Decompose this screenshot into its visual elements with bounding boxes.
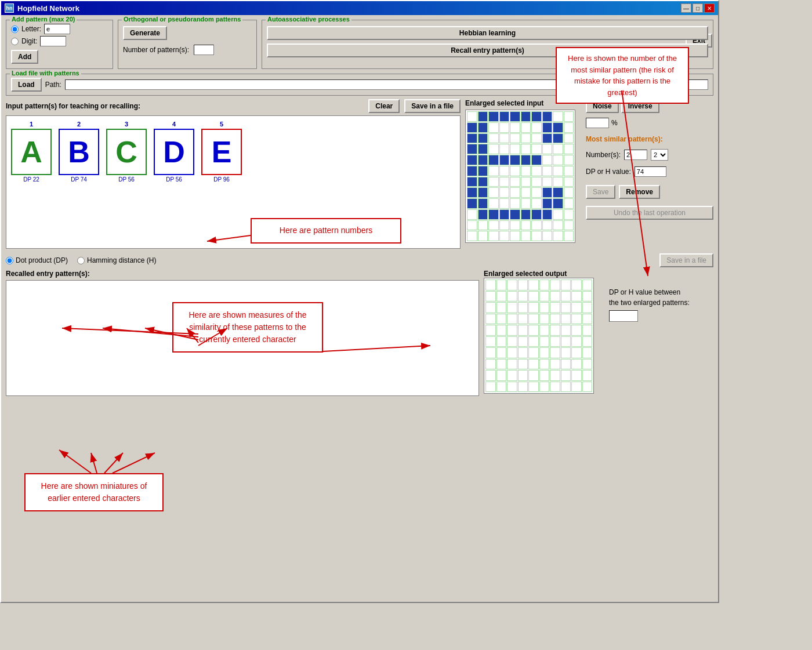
grid-cell-1-8[interactable] — [553, 122, 563, 133]
output-grid-cell-6-2[interactable] — [507, 347, 517, 358]
output-grid-cell-7-7[interactable] — [561, 359, 571, 370]
dp-h-value-input[interactable] — [635, 166, 666, 177]
grid-cell-3-8[interactable] — [553, 144, 563, 154]
output-grid-cell-8-3[interactable] — [518, 370, 528, 381]
grid-cell-11-2[interactable] — [488, 231, 499, 241]
dot-product-radio[interactable] — [6, 257, 13, 264]
grid-cell-0-6[interactable] — [531, 111, 542, 122]
output-grid-cell-8-7[interactable] — [561, 370, 571, 381]
grid-cell-2-4[interactable] — [510, 133, 520, 144]
pattern-item-5[interactable]: 5 E DP 96 — [201, 121, 242, 183]
pattern-item-3[interactable]: 3 C DP 56 — [106, 121, 147, 183]
dot-product-option[interactable]: Dot product (DP) — [6, 256, 68, 264]
output-grid-cell-2-0[interactable] — [485, 302, 496, 313]
clear-button[interactable]: Clear — [368, 99, 400, 113]
pattern-item-4[interactable]: 4 D DP 56 — [154, 121, 194, 183]
grid-cell-0-4[interactable] — [510, 111, 520, 122]
output-grid-cell-8-2[interactable] — [507, 370, 517, 381]
output-grid-cell-3-5[interactable] — [539, 314, 550, 325]
output-grid-cell-3-1[interactable] — [496, 314, 507, 325]
output-grid-cell-6-1[interactable] — [496, 347, 507, 358]
output-grid-cell-3-6[interactable] — [550, 314, 560, 325]
output-grid-cell-9-4[interactable] — [528, 382, 539, 393]
grid-cell-3-4[interactable] — [510, 144, 520, 154]
grid-cell-6-2[interactable] — [488, 177, 499, 187]
output-grid-cell-5-8[interactable] — [571, 336, 582, 347]
output-grid-cell-4-5[interactable] — [539, 325, 550, 336]
grid-cell-11-7[interactable] — [542, 231, 553, 241]
grid-cell-0-1[interactable] — [478, 111, 488, 122]
output-grid-cell-4-2[interactable] — [507, 325, 517, 336]
grid-cell-4-2[interactable] — [488, 155, 499, 165]
grid-cell-11-1[interactable] — [478, 231, 488, 241]
output-grid-cell-2-4[interactable] — [528, 302, 539, 313]
grid-cell-1-0[interactable] — [467, 122, 477, 133]
grid-cell-8-2[interactable] — [488, 198, 499, 209]
save-pattern-button[interactable]: Save — [586, 185, 615, 199]
output-grid-cell-8-8[interactable] — [571, 370, 582, 381]
output-grid-cell-2-5[interactable] — [539, 302, 550, 313]
pattern-letter-5[interactable]: E — [201, 129, 242, 175]
grid-cell-10-8[interactable] — [553, 220, 563, 231]
grid-cell-7-0[interactable] — [467, 187, 477, 198]
grid-cell-5-8[interactable] — [553, 166, 563, 176]
grid-cell-5-2[interactable] — [488, 166, 499, 176]
grid-cell-0-8[interactable] — [553, 111, 563, 122]
output-grid-cell-9-8[interactable] — [571, 382, 582, 393]
output-grid-cell-7-5[interactable] — [539, 359, 550, 370]
output-grid-cell-9-3[interactable] — [518, 382, 528, 393]
output-grid-cell-2-1[interactable] — [496, 302, 507, 313]
grid-cell-2-3[interactable] — [499, 133, 510, 144]
grid-cell-3-2[interactable] — [488, 144, 499, 154]
save-file-bottom-button[interactable]: Save in a file — [659, 253, 713, 267]
output-grid-cell-3-8[interactable] — [571, 314, 582, 325]
output-grid-cell-3-2[interactable] — [507, 314, 517, 325]
grid-cell-8-4[interactable] — [510, 198, 520, 209]
grid-cell-5-0[interactable] — [467, 166, 477, 176]
grid-cell-6-3[interactable] — [499, 177, 510, 187]
grid-cell-6-5[interactable] — [521, 177, 531, 187]
grid-cell-4-9[interactable] — [564, 155, 574, 165]
maximize-button[interactable]: □ — [693, 3, 703, 13]
grid-cell-1-2[interactable] — [488, 122, 499, 133]
output-grid-cell-8-4[interactable] — [528, 370, 539, 381]
similar-select[interactable]: 2 — [651, 149, 668, 161]
output-grid-cell-1-4[interactable] — [528, 291, 539, 302]
output-grid-cell-7-1[interactable] — [496, 359, 507, 370]
generate-button[interactable]: Generate — [123, 26, 167, 40]
grid-cell-1-7[interactable] — [542, 122, 553, 133]
output-grid-cell-3-0[interactable] — [485, 314, 496, 325]
grid-cell-1-1[interactable] — [478, 122, 488, 133]
grid-cell-2-7[interactable] — [542, 133, 553, 144]
output-grid-cell-7-9[interactable] — [582, 359, 593, 370]
grid-cell-7-6[interactable] — [531, 187, 542, 198]
grid-cell-9-1[interactable] — [478, 209, 488, 220]
grid-cell-4-8[interactable] — [553, 155, 563, 165]
remove-button[interactable]: Remove — [619, 185, 660, 199]
grid-cell-2-9[interactable] — [564, 133, 574, 144]
grid-cell-0-0[interactable] — [467, 111, 477, 122]
output-grid-cell-1-5[interactable] — [539, 291, 550, 302]
output-grid-cell-0-0[interactable] — [485, 279, 496, 290]
grid-cell-5-1[interactable] — [478, 166, 488, 176]
grid-cell-0-2[interactable] — [488, 111, 499, 122]
hamming-radio[interactable] — [77, 257, 85, 264]
grid-cell-11-5[interactable] — [521, 231, 531, 241]
grid-cell-6-1[interactable] — [478, 177, 488, 187]
grid-cell-10-5[interactable] — [521, 220, 531, 231]
letter-radio[interactable] — [11, 26, 19, 33]
grid-cell-2-1[interactable] — [478, 133, 488, 144]
pattern-item-1[interactable]: 1 A DP 22 — [11, 121, 52, 183]
num-patterns-input[interactable] — [194, 45, 214, 55]
grid-cell-7-5[interactable] — [521, 187, 531, 198]
output-grid-cell-0-6[interactable] — [550, 279, 560, 290]
similar-number-input[interactable] — [624, 150, 647, 160]
output-grid-cell-3-7[interactable] — [561, 314, 571, 325]
grid-cell-9-3[interactable] — [499, 209, 510, 220]
grid-cell-11-0[interactable] — [467, 231, 477, 241]
output-grid-cell-4-7[interactable] — [561, 325, 571, 336]
output-grid-cell-9-5[interactable] — [539, 382, 550, 393]
grid-cell-8-9[interactable] — [564, 198, 574, 209]
output-grid-cell-1-1[interactable] — [496, 291, 507, 302]
grid-cell-9-0[interactable] — [467, 209, 477, 220]
